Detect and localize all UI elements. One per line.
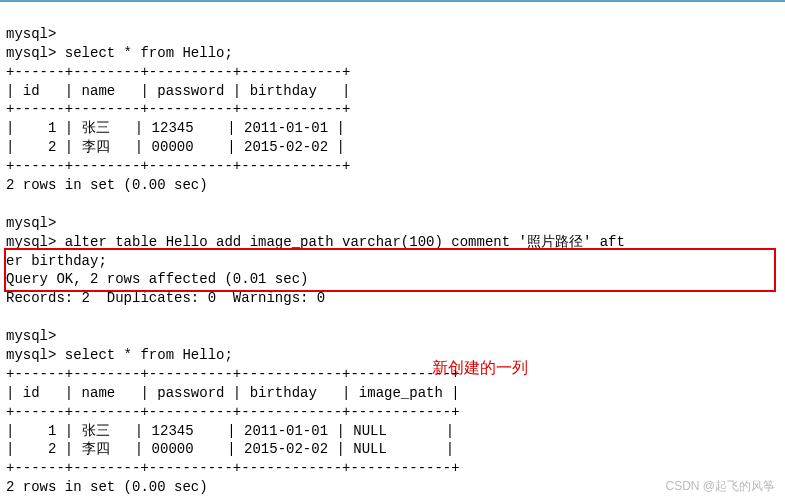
table-border: +------+--------+----------+------------… (6, 404, 460, 420)
prompt-line: mysql> (6, 215, 56, 231)
table-header: | id | name | password | birthday | (6, 83, 350, 99)
alter-statement-line2: er birthday; (6, 253, 107, 269)
table-border: +------+--------+----------+------------… (6, 64, 350, 80)
query-line: mysql> select * from Hello; (6, 347, 233, 363)
result-status: 2 rows in set (0.00 sec) (6, 177, 208, 193)
terminal-output[interactable]: mysql> mysql> select * from Hello; +----… (0, 0, 785, 500)
table-row: | 2 | 李四 | 00000 | 2015-02-02 | (6, 139, 345, 155)
table-header: | id | name | password | birthday | imag… (6, 385, 460, 401)
query-ok: Query OK, 2 rows affected (0.01 sec) (6, 271, 308, 287)
query-line: mysql> select * from Hello; (6, 45, 233, 61)
table-border: +------+--------+----------+------------… (6, 101, 350, 117)
alter-statement-line1: mysql> alter table Hello add image_path … (6, 234, 625, 250)
table-row: | 1 | 张三 | 12345 | 2011-01-01 | (6, 120, 345, 136)
table-row: | 1 | 张三 | 12345 | 2011-01-01 | NULL | (6, 423, 454, 439)
table-border: +------+--------+----------+------------… (6, 366, 460, 382)
records-line: Records: 2 Duplicates: 0 Warnings: 0 (6, 290, 325, 306)
table-row: | 2 | 李四 | 00000 | 2015-02-02 | NULL | (6, 441, 454, 457)
table-border: +------+--------+----------+------------… (6, 460, 460, 476)
result-status: 2 rows in set (0.00 sec) (6, 479, 208, 495)
table-border: +------+--------+----------+------------… (6, 158, 350, 174)
prompt-line: mysql> (6, 26, 56, 42)
watermark-text: CSDN @起飞的风筝 (665, 478, 775, 495)
prompt-line: mysql> (6, 328, 56, 344)
